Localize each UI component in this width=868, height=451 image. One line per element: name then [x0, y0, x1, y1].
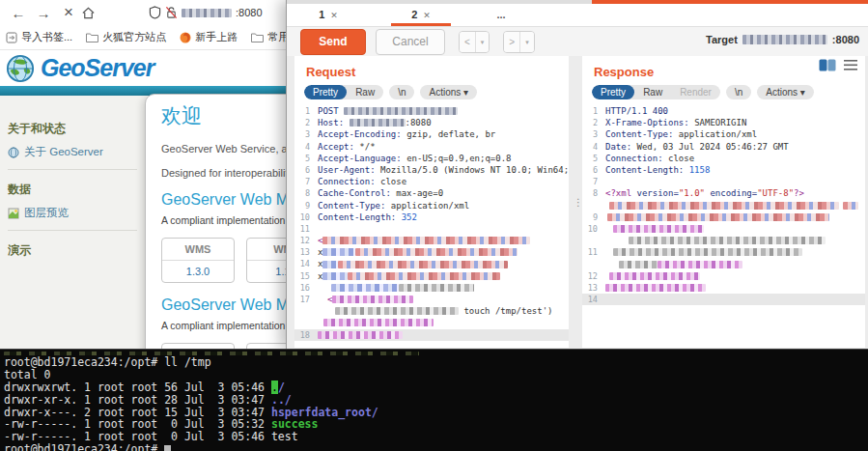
- home-icon[interactable]: [81, 6, 106, 20]
- target-label: Target: [706, 34, 738, 45]
- service-button-name: WM: [247, 239, 288, 261]
- service-button-WM[interactable]: WM1.1: [246, 238, 288, 283]
- request-editor[interactable]: 1POST 2Host: :80803Accept-Encoding: gzip…: [294, 105, 569, 341]
- terminal-text: total 0: [4, 368, 50, 381]
- request-line: 11: [294, 223, 569, 235]
- view-tab-Pretty[interactable]: Pretty: [304, 85, 347, 99]
- back-icon[interactable]: ←: [6, 5, 31, 21]
- url-port: :8080: [236, 7, 263, 18]
- tab-close-icon[interactable]: ✕: [423, 11, 431, 20]
- bookmark-item[interactable]: 新手上路: [180, 30, 238, 44]
- view-tab-Pretty[interactable]: Pretty: [592, 85, 634, 99]
- repeater-tab-1[interactable]: 1✕: [298, 4, 358, 26]
- sidebar-item-label: 关于 GeoServer: [24, 145, 103, 159]
- code-text: Content-Length:: [605, 164, 689, 176]
- repeater-tab-2[interactable]: 2✕: [391, 4, 451, 26]
- line-number: 12: [582, 270, 598, 282]
- code-text: :8080: [406, 117, 432, 128]
- sidebar-divider: [8, 230, 137, 231]
- history-back-caret-icon[interactable]: ▾: [475, 32, 490, 52]
- panel-splitter[interactable]: ⋮: [571, 56, 582, 350]
- code-text: touch /tmp/test'): [459, 305, 553, 317]
- response-editor[interactable]: 1HTTP/1.1 4002X-Frame-Options: SAMEORIGI…: [582, 105, 865, 305]
- line-number: 4: [294, 141, 310, 153]
- sidebar-item-关于 GeoServer[interactable]: 关于 GeoServer: [8, 145, 137, 159]
- terminal-text: /: [278, 381, 285, 394]
- send-button[interactable]: Send: [300, 29, 366, 55]
- screenshot-stage: ← → × :8080 导入书签...火狐官方站点新手上路常用网址JD京东: [0, 0, 868, 451]
- history-forward-icon[interactable]: >: [504, 32, 519, 52]
- forward-icon[interactable]: →: [31, 5, 56, 21]
- sidebar-item-图层预览[interactable]: 图层预览: [8, 206, 137, 220]
- view-tab-Raw[interactable]: Raw: [347, 85, 383, 99]
- service-heading: GeoServer Web Map: [161, 191, 288, 209]
- redacted-content: [348, 272, 500, 280]
- sidebar-section-title: 演示: [8, 242, 137, 259]
- line-number: 11: [582, 246, 598, 258]
- view-tab-group: PrettyRawRender: [592, 85, 720, 99]
- view-tab-n[interactable]: \n: [389, 85, 414, 99]
- history-back-icon[interactable]: <: [460, 32, 475, 52]
- response-line: 12: [582, 270, 865, 282]
- response-line: [582, 200, 865, 211]
- response-line: 5Connection: close: [582, 153, 865, 164]
- redacted-content: [619, 261, 658, 268]
- request-line: 18: [294, 329, 569, 341]
- code-text: 352: [402, 211, 417, 223]
- code-text: HTTP/1.1 400: [605, 105, 668, 117]
- response-line: 14: [582, 294, 865, 305]
- history-back-button-group[interactable]: < ▾: [459, 31, 490, 53]
- repeater-toolbar: Send Cancel < ▾ > ▾ Target :8080: [287, 27, 868, 57]
- history-forward-button-group[interactable]: > ▾: [503, 31, 534, 53]
- cancel-button[interactable]: Cancel: [376, 29, 445, 55]
- view-tab-Render[interactable]: Render: [671, 85, 720, 99]
- folder-icon: [251, 32, 264, 42]
- history-forward-caret-icon[interactable]: ▾: [519, 32, 534, 52]
- line-number: 6: [294, 164, 310, 176]
- response-line: 10: [582, 223, 865, 235]
- code-text: encoding=: [705, 187, 757, 199]
- service-button-WMS[interactable]: WMS1.3.0: [161, 238, 235, 283]
- target-bar[interactable]: Target :8080: [706, 34, 859, 45]
- service-description: A compliant implementation of W: [161, 320, 288, 331]
- code-text: POST: [318, 105, 344, 117]
- geoserver-page-body: 关于和状态关于 GeoServer数据图层预览演示 欢迎 GeoServer W…: [0, 96, 288, 350]
- redacted-content: [629, 237, 826, 244]
- welcome-line2: Designed for interoperability, Ge: [161, 167, 288, 179]
- repeater-tab-...[interactable]: ...: [484, 4, 518, 26]
- redacted-url-host: [182, 9, 232, 17]
- stop-icon[interactable]: ×: [56, 3, 81, 22]
- terminal-line: root@bd1971eca234:/opt#: [4, 443, 868, 451]
- terminal-text: root@bd1971eca234:/opt#: [4, 442, 164, 451]
- request-line: 17<: [294, 294, 569, 305]
- view-tab-Actions[interactable]: Actions ▾: [420, 85, 477, 99]
- repeater-tab-label: 1: [319, 9, 324, 20]
- service-heading: GeoServer Web Map: [161, 296, 288, 314]
- response-line: [582, 258, 865, 269]
- code-text: Accept:: [318, 141, 359, 153]
- menu-hamburger-icon[interactable]: [844, 60, 857, 70]
- sidebar-item-label: 图层预览: [24, 206, 69, 220]
- redacted-content: [338, 261, 508, 268]
- tab-close-icon[interactable]: ✕: [330, 11, 338, 20]
- line-number: 7: [582, 176, 598, 187]
- browser-toolbar: ← → × :8080: [0, 0, 288, 25]
- bookmark-item[interactable]: 常用网址: [251, 30, 288, 44]
- bookmark-item[interactable]: 导入书签...: [6, 30, 72, 44]
- terminal-window[interactable]: root@bd1971eca234:/opt# ll /tmptotal 0dr…: [0, 349, 868, 451]
- request-line: 4Accept: */*: [294, 141, 569, 153]
- bookmark-item[interactable]: 火狐官方站点: [86, 30, 166, 44]
- code-text: ?>: [794, 187, 804, 199]
- address-bar[interactable]: :8080: [149, 6, 263, 19]
- line-number: 17: [294, 294, 310, 305]
- view-tab-n[interactable]: \n: [726, 85, 751, 99]
- layer-preview-icon: [8, 208, 19, 219]
- line-number: 14: [582, 294, 598, 305]
- view-tab-Actions[interactable]: Actions ▾: [757, 85, 814, 99]
- layout-columns-icon[interactable]: [819, 59, 836, 71]
- terminal-cursor: [164, 445, 171, 451]
- request-title: Request: [306, 65, 569, 79]
- view-tab-Raw[interactable]: Raw: [634, 85, 671, 99]
- code-text: <?xml: [605, 187, 637, 199]
- line-number: 15: [294, 270, 310, 282]
